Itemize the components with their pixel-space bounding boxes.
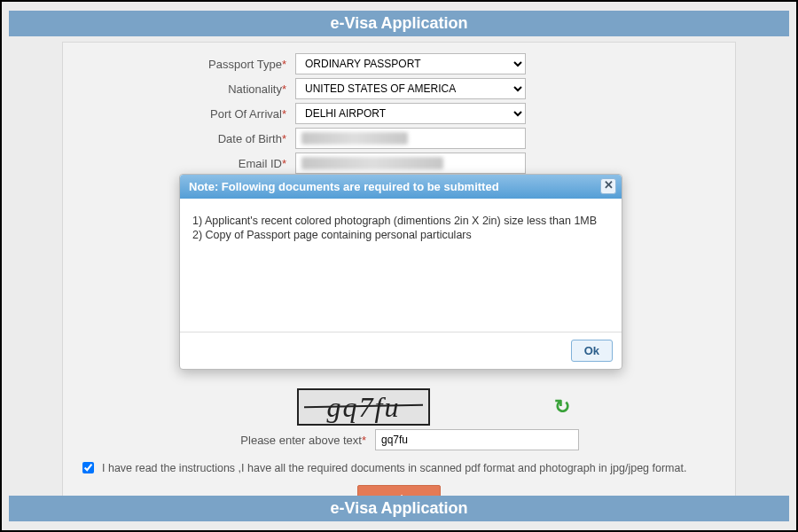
email-input[interactable] [295, 153, 526, 174]
banner-top: e-Visa Application [9, 11, 789, 36]
documents-modal: Note: Following documents are required t… [179, 174, 622, 370]
banner-bottom: e-Visa Application [9, 496, 789, 521]
ok-button[interactable]: Ok [571, 340, 613, 362]
passport-type-select[interactable]: ORDINARY PASSPORT [295, 53, 526, 74]
nationality-select[interactable]: UNITED STATES OF AMERICA [295, 78, 526, 99]
consent-checkbox[interactable] [82, 462, 94, 473]
dob-input[interactable] [295, 128, 526, 149]
passport-type-label: Passport Type* [74, 58, 295, 71]
port-select[interactable]: DELHI AIRPORT [295, 103, 526, 124]
modal-doc-1: 1) Applicant's recent colored photograph… [192, 215, 609, 227]
modal-title: Note: Following documents are required t… [180, 175, 622, 199]
captcha-input[interactable] [375, 429, 579, 450]
nationality-label: Nationality* [74, 82, 295, 96]
port-label: Port Of Arrival* [74, 107, 295, 121]
captcha-entry-label: Please enter above text* [74, 434, 375, 447]
modal-body: 1) Applicant's recent colored photograph… [180, 199, 622, 332]
captcha-image: gq7fu [297, 388, 430, 426]
modal-doc-2: 2) Copy of Passport page containing pers… [192, 229, 609, 241]
consent-text: I have read the instructions ,I have all… [102, 462, 686, 474]
dob-label: Date of Birth* [74, 132, 295, 145]
refresh-icon[interactable]: ↻ [554, 395, 570, 419]
close-icon[interactable]: ✕ [600, 178, 616, 194]
email-label: Email ID* [74, 157, 295, 170]
